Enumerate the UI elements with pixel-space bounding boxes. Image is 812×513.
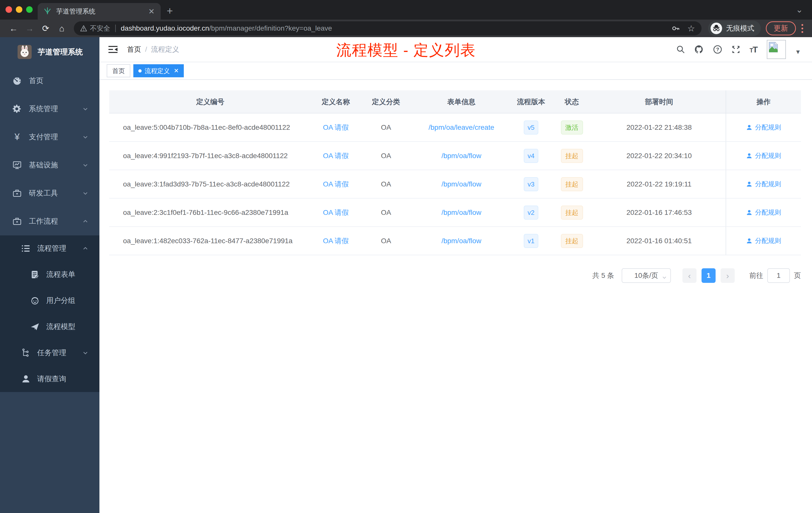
tab-search-chevron-icon[interactable]: ⌄ xyxy=(796,4,803,14)
assign-rule-link[interactable]: 分配规则 xyxy=(746,123,781,132)
definition-name-link[interactable]: OA 请假 xyxy=(323,209,349,216)
address-bar[interactable]: 不安全 dashboard.yudao.iocoder.cn/bpm/manag… xyxy=(74,21,701,35)
form-link[interactable]: /bpm/oa/flow xyxy=(441,209,481,216)
back-icon[interactable]: ← xyxy=(5,24,22,33)
prev-page-button[interactable]: ‹ xyxy=(683,268,696,283)
minimize-window-button[interactable] xyxy=(16,6,22,13)
form-link[interactable]: /bpm/oa/flow xyxy=(441,152,481,160)
sidebar-item-label: 研发工具 xyxy=(29,188,58,198)
definition-name-link[interactable]: OA 请假 xyxy=(323,180,349,188)
sidebar-item-dev-tools[interactable]: 研发工具 xyxy=(0,179,99,207)
definition-name-link[interactable]: OA 请假 xyxy=(323,152,349,160)
current-page-button[interactable]: 1 xyxy=(701,268,716,283)
browser-menu-icon[interactable] xyxy=(802,24,804,33)
form-link[interactable]: /bpm/oa/flow xyxy=(441,180,481,188)
pagination: 共 5 条 10条/页 ‹ 1 › 前往 1 页 xyxy=(99,268,801,283)
table-row: oa_leave:3:1fad3d93-7b75-11ec-a3c8-acde4… xyxy=(109,170,801,199)
help-icon[interactable]: ? xyxy=(713,45,722,54)
active-dot-icon xyxy=(138,69,142,72)
page-size-select[interactable]: 10条/页 xyxy=(622,268,671,283)
sidebar-item-payment[interactable]: ¥ 支付管理 xyxy=(0,123,99,151)
definition-id: oa_leave:5:004b710b-7b8a-11ec-8ef0-acde4… xyxy=(109,123,311,131)
form-icon xyxy=(30,270,40,279)
status-badge: 挂起 xyxy=(561,206,583,220)
form-link[interactable]: /bpm/oa/leave/create xyxy=(429,123,494,131)
sidebar: 芋道管理系统 首页 系统管理 xyxy=(0,37,99,513)
tag-process-definition[interactable]: 流程定义 ✕ xyxy=(133,64,184,77)
form-link[interactable]: /bpm/oa/flow xyxy=(441,237,481,245)
sidebar-logo[interactable]: 芋道管理系统 xyxy=(0,37,99,67)
sidebar-item-process-form[interactable]: 流程表单 xyxy=(0,262,99,288)
tag-home[interactable]: 首页 xyxy=(107,64,130,77)
incognito-badge: 无痕模式 xyxy=(708,21,761,36)
chevron-up-icon xyxy=(82,218,88,224)
sidebar-item-label: 请假查询 xyxy=(37,374,66,384)
new-tab-button[interactable]: + xyxy=(167,5,173,17)
gauge-icon xyxy=(12,76,22,86)
tab-close-icon[interactable]: ✕ xyxy=(148,7,155,16)
user-avatar[interactable] xyxy=(767,40,786,59)
chevron-down-icon xyxy=(82,106,88,112)
tag-close-icon[interactable]: ✕ xyxy=(174,67,179,74)
avatar-caret-icon[interactable]: ▼ xyxy=(795,49,801,56)
definition-id: oa_leave:4:991f2193-7b7f-11ec-a3c8-acde4… xyxy=(109,152,311,160)
update-browser-button[interactable]: 更新 xyxy=(766,21,796,35)
browser-window: 芋道管理系统 ✕ + ⌄ ← → ⟳ ⌂ 不安全 dashboard.yudao… xyxy=(0,0,812,513)
security-label[interactable]: 不安全 xyxy=(90,24,110,33)
incognito-label: 无痕模式 xyxy=(726,24,754,33)
person-icon xyxy=(746,181,753,187)
close-window-button[interactable] xyxy=(5,6,12,13)
page-unit-label: 页 xyxy=(794,271,801,280)
sidebar-item-leave-query[interactable]: 请假查询 xyxy=(0,366,99,392)
goto-page-input[interactable]: 1 xyxy=(767,268,790,283)
person-icon xyxy=(746,209,753,216)
assign-rule-link[interactable]: 分配规则 xyxy=(746,151,781,160)
breadcrumb-home[interactable]: 首页 xyxy=(127,45,141,54)
definition-name-link[interactable]: OA 请假 xyxy=(323,123,349,131)
definition-category: OA xyxy=(360,209,412,217)
sidebar-item-label: 首页 xyxy=(29,76,44,86)
sidebar-item-process-management[interactable]: 流程管理 xyxy=(0,235,99,262)
assign-rule-link[interactable]: 分配规则 xyxy=(746,208,781,217)
incognito-icon xyxy=(710,23,722,34)
assign-rule-link[interactable]: 分配规则 xyxy=(746,236,781,245)
browser-tab[interactable]: 芋道管理系统 ✕ xyxy=(38,3,161,20)
zoom-window-button[interactable] xyxy=(26,6,33,13)
sidebar-item-label: 流程表单 xyxy=(46,270,75,280)
home-icon[interactable]: ⌂ xyxy=(54,24,70,33)
not-secure-warning-icon xyxy=(80,25,87,31)
tree-icon xyxy=(21,348,31,358)
deploy-time: 2022-01-22 21:48:38 xyxy=(592,123,726,131)
logo-avatar xyxy=(18,45,32,59)
font-size-icon[interactable]: TT xyxy=(750,45,757,55)
svg-text:?: ? xyxy=(716,47,719,52)
breadcrumb: 首页 / 流程定义 xyxy=(127,45,179,54)
assign-rule-link[interactable]: 分配规则 xyxy=(746,180,781,188)
definition-name-link[interactable]: OA 请假 xyxy=(323,237,349,245)
bookmark-star-icon[interactable]: ☆ xyxy=(688,23,695,33)
search-icon[interactable] xyxy=(676,45,685,54)
reload-icon[interactable]: ⟳ xyxy=(38,23,54,33)
password-key-icon[interactable] xyxy=(671,24,680,33)
url-domain: dashboard.yudao.iocoder.cn xyxy=(121,24,209,32)
sidebar-item-home[interactable]: 首页 xyxy=(0,67,99,95)
page-overlay-title: 流程模型 - 定义列表 xyxy=(336,40,475,60)
column-header: 定义编号 xyxy=(109,97,311,107)
broken-image-icon xyxy=(769,42,778,53)
sidebar-item-system[interactable]: 系统管理 xyxy=(0,95,99,123)
sidebar-collapse-icon[interactable] xyxy=(108,45,118,54)
sidebar-item-infrastructure[interactable]: 基础设施 xyxy=(0,151,99,179)
github-icon[interactable] xyxy=(694,45,704,54)
sidebar-item-label: 支付管理 xyxy=(29,132,58,142)
chevron-down-icon xyxy=(82,190,88,196)
fullscreen-icon[interactable] xyxy=(731,45,741,54)
status-badge: 挂起 xyxy=(561,149,583,163)
sidebar-item-user-group[interactable]: 用户分组 xyxy=(0,288,99,314)
next-page-button[interactable]: › xyxy=(721,268,735,283)
definition-id: oa_leave:2:3c1f0ef1-76b1-11ec-9c66-a2380… xyxy=(109,209,311,217)
sidebar-item-process-model[interactable]: 流程模型 xyxy=(0,314,99,340)
sidebar-item-workflow[interactable]: 工作流程 xyxy=(0,207,99,235)
breadcrumb-separator: / xyxy=(145,46,147,54)
forward-icon[interactable]: → xyxy=(22,24,38,33)
sidebar-item-task-management[interactable]: 任务管理 xyxy=(0,340,99,366)
